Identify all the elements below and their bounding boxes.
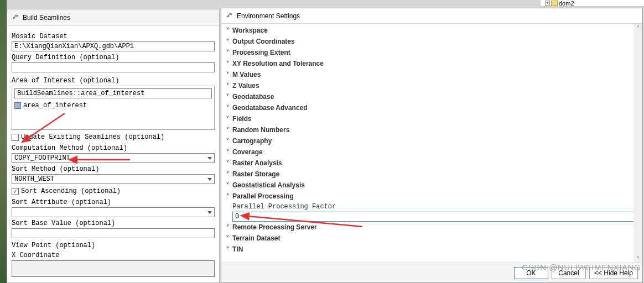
sort-base-label: Sort Base Value (optional) bbox=[12, 219, 215, 227]
env-section-label: M Values bbox=[232, 69, 261, 80]
caret-down-icon: ˅ bbox=[225, 135, 230, 146]
env-section-z-values[interactable]: ˅Z Values bbox=[225, 80, 632, 91]
env-section-m-values[interactable]: ˅M Values bbox=[225, 69, 632, 80]
env-section-label: Output Coordinates bbox=[232, 36, 295, 47]
caret-down-icon: ˅ bbox=[225, 80, 230, 91]
caret-down-icon: ˅ bbox=[225, 25, 230, 36]
env-section-remote-processing-server[interactable]: ˅Remote Processing Server bbox=[225, 222, 632, 233]
env-section-label: Geostatistical Analysis bbox=[232, 180, 305, 191]
env-footer: OK Cancel << Hide Help bbox=[221, 263, 642, 282]
env-section-output-coordinates[interactable]: ˅Output Coordinates bbox=[225, 36, 632, 47]
sort-method-value: NORTH_WEST bbox=[14, 175, 54, 183]
svg-rect-0 bbox=[15, 14, 18, 17]
caret-down-icon: ˅ bbox=[225, 124, 230, 135]
query-definition-input[interactable] bbox=[12, 62, 215, 72]
hide-help-button[interactable]: << Hide Help bbox=[589, 267, 638, 279]
env-section-workspace[interactable]: ˅Workspace bbox=[225, 25, 632, 36]
env-section-coverage[interactable]: ˅Coverage bbox=[225, 146, 632, 158]
env-section-label: Coverage bbox=[232, 146, 263, 158]
aoi-layer-name: area_of_interest bbox=[23, 102, 87, 109]
env-section-label: Fields bbox=[232, 113, 252, 124]
toc-node-dom2[interactable]: + dom2 bbox=[545, 0, 574, 7]
computation-method-select[interactable]: COPY_FOOTPRINT bbox=[12, 153, 215, 163]
caret-down-icon: ˅ bbox=[225, 102, 230, 113]
environment-settings-title-bar: Environment Settings bbox=[221, 8, 642, 24]
env-section-cartography[interactable]: ˅Cartography bbox=[225, 135, 632, 146]
environment-settings-panel: Environment Settings ˅Workspace˅Output C… bbox=[221, 8, 643, 283]
env-section-xy-resolution-and-tolerance[interactable]: ˅XY Resolution and Tolerance bbox=[225, 58, 632, 69]
env-section-label: Random Numbers bbox=[232, 124, 289, 135]
caret-down-icon: ˅ bbox=[225, 146, 230, 158]
cancel-button[interactable]: Cancel bbox=[552, 267, 586, 279]
env-section-label: Cartography bbox=[232, 135, 272, 146]
env-section-label: Z Values bbox=[232, 80, 259, 91]
env-panel-title-text: Environment Settings bbox=[237, 8, 300, 24]
caret-down-icon: ˅ bbox=[225, 91, 230, 102]
update-seamlines-label: Update Existing Seamlines (optional) bbox=[21, 133, 164, 141]
env-section-label: Parallel Processing bbox=[232, 191, 294, 202]
aoi-path-display[interactable]: BuildSeamlines::area_of_interest bbox=[14, 88, 212, 98]
caret-down-icon: ˅ bbox=[225, 222, 230, 233]
env-section-raster-storage[interactable]: ˅Raster Storage bbox=[225, 169, 632, 180]
update-seamlines-checkbox-row[interactable]: Update Existing Seamlines (optional) bbox=[12, 133, 215, 141]
env-section-processing-extent[interactable]: ˅Processing Extent bbox=[225, 47, 632, 58]
parallel-factor-label: Parallel Processing Factor bbox=[232, 203, 632, 211]
caret-down-icon: ˅ bbox=[225, 233, 230, 244]
scrollbar[interactable]: ˄ ˅ bbox=[633, 24, 642, 263]
env-section-tin[interactable]: ˅TIN bbox=[225, 244, 632, 255]
aoi-layer-row[interactable]: area_of_interest bbox=[14, 101, 212, 111]
sort-ascending-checkbox[interactable]: ✓ bbox=[12, 188, 19, 195]
sort-ascending-checkbox-row[interactable]: ✓ Sort Ascending (optional) bbox=[12, 187, 215, 195]
caret-down-icon: ˅ bbox=[225, 58, 230, 69]
env-section-label: Geodatabase Advanced bbox=[232, 102, 308, 113]
update-seamlines-checkbox[interactable] bbox=[12, 134, 19, 141]
x-coordinate-label: X Coordinate bbox=[12, 251, 215, 259]
parallel-factor-input[interactable] bbox=[232, 212, 634, 222]
mosaic-dataset-label: Mosaic Dataset bbox=[12, 33, 215, 40]
scroll-up-icon[interactable]: ˄ bbox=[634, 24, 642, 32]
caret-down-icon: ˅ bbox=[225, 47, 230, 58]
svg-rect-3 bbox=[229, 13, 232, 15]
computation-method-label: Computation Method (optional) bbox=[12, 144, 215, 152]
env-section-fields[interactable]: ˅Fields bbox=[225, 113, 632, 124]
ok-button[interactable]: OK bbox=[514, 267, 548, 279]
computation-method-value: COPY_FOOTPRINT bbox=[14, 154, 70, 162]
env-section-label: TIN bbox=[232, 244, 243, 255]
sort-base-input[interactable] bbox=[12, 228, 215, 238]
env-section-geostatistical-analysis[interactable]: ˅Geostatistical Analysis bbox=[225, 180, 632, 191]
mosaic-dataset-input[interactable] bbox=[12, 41, 215, 51]
sort-attribute-label: Sort Attribute (optional) bbox=[12, 198, 215, 206]
x-coordinate-input[interactable] bbox=[12, 260, 215, 277]
query-definition-label: Query Definition (optional) bbox=[12, 54, 215, 61]
env-section-raster-analysis[interactable]: ˅Raster Analysis bbox=[225, 158, 632, 169]
caret-down-icon: ˅ bbox=[225, 69, 230, 80]
caret-down-icon: ˅ bbox=[225, 180, 230, 191]
chevron-down-icon bbox=[207, 211, 212, 214]
folder-icon bbox=[551, 1, 558, 6]
env-section-terrain-dataset[interactable]: ˅Terrain Dataset bbox=[225, 233, 632, 244]
env-section-parallel-processing[interactable]: ˄Parallel Processing bbox=[225, 191, 632, 202]
aoi-groupbox: BuildSeamlines::area_of_interest area_of… bbox=[12, 86, 215, 130]
env-section-label: Terrain Dataset bbox=[232, 233, 280, 244]
layer-toc-fragment: + dom2 bbox=[540, 0, 644, 7]
sort-method-select[interactable]: NORTH_WEST bbox=[12, 174, 215, 184]
scroll-down-icon[interactable]: ˅ bbox=[634, 255, 642, 263]
expand-icon[interactable]: + bbox=[545, 1, 550, 6]
toc-node-label: dom2 bbox=[559, 0, 574, 7]
environment-settings-body: ˅Workspace˅Output Coordinates˅Processing… bbox=[221, 24, 642, 263]
caret-up-icon: ˄ bbox=[225, 191, 230, 202]
env-section-geodatabase-advanced[interactable]: ˅Geodatabase Advanced bbox=[225, 102, 632, 113]
chevron-down-icon bbox=[207, 157, 212, 160]
env-section-random-numbers[interactable]: ˅Random Numbers bbox=[225, 124, 632, 135]
panel-title-text: Build Seamlines bbox=[23, 9, 70, 26]
env-section-geodatabase[interactable]: ˅Geodatabase bbox=[225, 91, 632, 102]
caret-down-icon: ˅ bbox=[225, 244, 230, 255]
build-seamlines-panel: Build Seamlines Mosaic Dataset Query Def… bbox=[7, 9, 220, 283]
sort-method-label: Sort Method (optional) bbox=[12, 165, 215, 173]
env-section-label: XY Resolution and Tolerance bbox=[232, 58, 324, 69]
aoi-label: Area of Interest (optional) bbox=[12, 77, 215, 85]
sort-attribute-select[interactable] bbox=[12, 207, 215, 217]
env-section-label: Geodatabase bbox=[232, 91, 274, 102]
layer-swatch-icon bbox=[14, 102, 21, 109]
caret-down-icon: ˅ bbox=[225, 158, 230, 169]
